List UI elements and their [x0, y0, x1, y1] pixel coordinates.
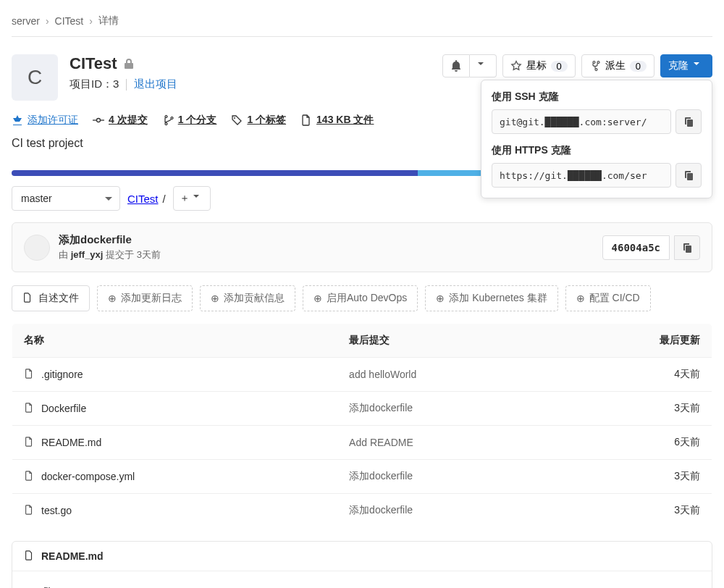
- tags-stat[interactable]: 1 个标签: [231, 114, 286, 127]
- setup-actions-row: 自述文件 ⊕ 添加更新日志 ⊕ 添加贡献信息 ⊕ 启用Auto DevOps ⊕…: [12, 285, 712, 311]
- chevron-down-icon: [693, 60, 704, 72]
- bell-icon: [450, 60, 462, 72]
- path-crumb: CITest /: [127, 193, 166, 205]
- commit-icon: [93, 114, 104, 126]
- svg-point-0: [97, 119, 101, 122]
- autodevops-label: 启用Auto DevOps: [327, 292, 407, 305]
- file-commit-cell[interactable]: 添加dockerfile: [337, 494, 557, 528]
- commit-title[interactable]: 添加dockerfile: [59, 233, 161, 247]
- kubernetes-action[interactable]: ⊕ 添加 Kubernetes 集群: [425, 285, 557, 311]
- project-title: CITest: [70, 54, 117, 73]
- fork-count: 0: [630, 61, 647, 72]
- table-row[interactable]: docker-compose.yml添加dockerfile3天前: [12, 460, 712, 494]
- plus-box-icon: ⊕: [436, 293, 445, 304]
- col-name: 名称: [12, 324, 338, 358]
- plus-box-icon: ⊕: [313, 293, 322, 304]
- plus-box-icon: ⊕: [108, 293, 117, 304]
- contrib-action[interactable]: ⊕ 添加贡献信息: [200, 285, 295, 311]
- clone-ssh-label: 使用 SSH 克隆: [492, 91, 702, 104]
- cicd-action[interactable]: ⊕ 配置 CI/CD: [565, 285, 651, 311]
- divider: [126, 79, 127, 91]
- copy-https-button[interactable]: [675, 163, 702, 188]
- lock-icon: [123, 58, 135, 70]
- file-name-cell[interactable]: Dockerfile: [24, 403, 326, 414]
- table-row[interactable]: .gitignoreadd helloWorld4天前: [12, 358, 712, 392]
- language-seg-2: [418, 170, 488, 176]
- changelog-action[interactable]: ⊕ 添加更新日志: [97, 285, 193, 311]
- leave-project-link[interactable]: 退出项目: [134, 77, 177, 91]
- plus-icon: ＋: [180, 192, 190, 205]
- file-icon: [24, 369, 35, 380]
- notification-button[interactable]: [442, 54, 470, 77]
- readme-filename: README.md: [41, 550, 104, 562]
- breadcrumb-server[interactable]: server: [12, 15, 40, 27]
- copy-sha-button[interactable]: [674, 235, 700, 260]
- clone-popup: 使用 SSH 克隆 使用 HTTPS 克隆: [481, 80, 712, 198]
- commit-author[interactable]: jeff_yxj: [71, 249, 104, 260]
- copy-ssh-button[interactable]: [675, 109, 702, 134]
- file-icon: [22, 293, 34, 304]
- notification-group: [442, 54, 497, 77]
- file-icon: [300, 114, 312, 126]
- fork-button[interactable]: 派生 0: [581, 54, 654, 77]
- file-commit-cell[interactable]: Add README: [337, 426, 557, 460]
- add-license-link[interactable]: 添加许可证: [12, 114, 78, 127]
- clone-ssh-input[interactable]: [492, 109, 671, 134]
- tags-label: 1 个标签: [247, 114, 286, 127]
- clone-label: 克隆: [668, 59, 689, 72]
- file-name-cell[interactable]: test.go: [24, 505, 326, 516]
- commit-meta: 由 jeff_yxj 提交于 3天前: [59, 248, 161, 261]
- size-stat[interactable]: 143 KB 文件: [300, 114, 374, 127]
- plus-box-icon: ⊕: [576, 293, 585, 304]
- breadcrumb-project[interactable]: CITest: [55, 15, 84, 27]
- star-button[interactable]: 星标 0: [502, 54, 576, 77]
- file-name-cell[interactable]: README.md: [24, 437, 326, 448]
- path-sep: /: [163, 193, 166, 205]
- file-time-cell: 3天前: [557, 494, 712, 528]
- branch-select[interactable]: master: [12, 186, 120, 211]
- breadcrumb: server › CITest › 详情: [12, 12, 712, 37]
- clone-https-input[interactable]: [492, 163, 671, 188]
- svg-point-3: [234, 117, 235, 119]
- autodevops-action[interactable]: ⊕ 启用Auto DevOps: [303, 285, 418, 311]
- file-commit-cell[interactable]: add helloWorld: [337, 358, 557, 392]
- file-name-cell[interactable]: .gitignore: [24, 369, 326, 380]
- file-time-cell: 4天前: [557, 358, 712, 392]
- file-time-cell: 6天前: [557, 426, 712, 460]
- table-row[interactable]: README.mdAdd README6天前: [12, 426, 712, 460]
- readme-action[interactable]: 自述文件: [12, 285, 90, 311]
- star-count: 0: [551, 61, 568, 72]
- add-file-dropdown[interactable]: ＋: [173, 186, 211, 211]
- copy-icon: [681, 242, 693, 253]
- commits-label: 4 次提交: [109, 114, 148, 127]
- project-id-label: 项目ID：3: [70, 77, 119, 91]
- breadcrumb-sep: ›: [46, 15, 49, 27]
- file-icon: [24, 471, 35, 482]
- col-update: 最后更新: [557, 324, 712, 358]
- commit-author-avatar[interactable]: [24, 235, 50, 261]
- table-row[interactable]: test.go添加dockerfile3天前: [12, 494, 712, 528]
- file-icon: [24, 550, 35, 562]
- commit-sha[interactable]: 46004a5c: [602, 235, 670, 260]
- kube-label: 添加 Kubernetes 集群: [449, 292, 547, 305]
- file-commit-cell[interactable]: 添加dockerfile: [337, 392, 557, 426]
- commits-stat[interactable]: 4 次提交: [93, 114, 148, 127]
- clone-button[interactable]: 克隆: [660, 54, 712, 77]
- branch-icon: [162, 114, 174, 126]
- chevron-down-icon: [477, 60, 489, 72]
- table-row[interactable]: Dockerfile添加dockerfile3天前: [12, 392, 712, 426]
- changelog-label: 添加更新日志: [121, 292, 182, 305]
- chevron-down-icon: [193, 193, 204, 204]
- contrib-label: 添加贡献信息: [224, 292, 285, 305]
- file-time-cell: 3天前: [557, 460, 712, 494]
- notification-dropdown[interactable]: [470, 54, 497, 77]
- file-name-cell[interactable]: docker-compose.yml: [24, 471, 326, 482]
- file-commit-cell[interactable]: 添加dockerfile: [337, 460, 557, 494]
- readme-action-label: 自述文件: [38, 292, 79, 305]
- path-root[interactable]: CITest: [127, 193, 159, 205]
- branch-selected: master: [21, 193, 52, 204]
- breadcrumb-current: 详情: [98, 14, 119, 28]
- branches-stat[interactable]: 1 个分支: [162, 114, 217, 127]
- scale-icon: [12, 114, 23, 126]
- copy-icon: [683, 116, 694, 127]
